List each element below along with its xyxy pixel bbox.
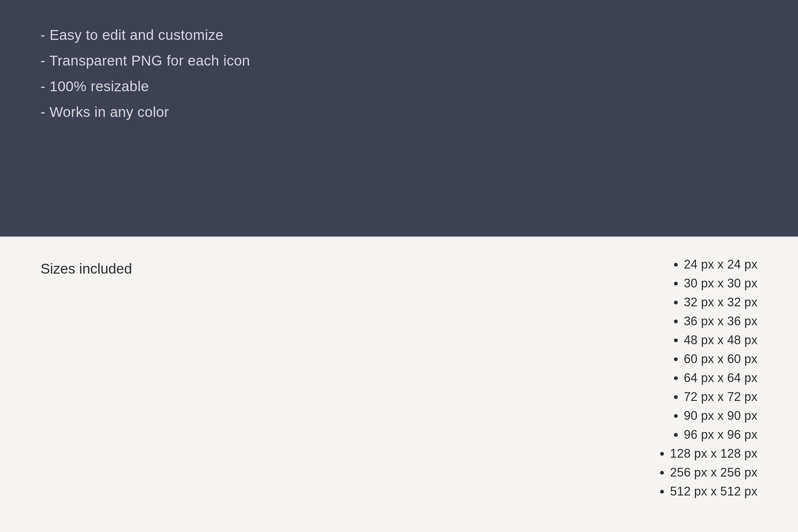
feature-item-2: - Transparent PNG for each icon xyxy=(40,53,758,69)
size-item-12: 256 px x 256 px xyxy=(670,466,758,480)
size-item-2: 30 px x 30 px xyxy=(684,276,758,290)
size-item-4: 36 px x 36 px xyxy=(684,314,758,328)
size-item-7: 64 px x 64 px xyxy=(684,371,758,385)
size-item-11: 128 px x 128 px xyxy=(670,446,758,461)
size-item-8: 72 px x 72 px xyxy=(684,390,758,404)
feature-item-1: - Easy to edit and customize xyxy=(40,27,758,43)
size-item-13: 512 px x 512 px xyxy=(670,484,758,498)
top-section: - Easy to edit and customize - Transpare… xyxy=(0,0,798,236)
size-item-1: 24 px x 24 px xyxy=(684,258,758,271)
feature-item-3: - 100% resizable xyxy=(40,78,758,95)
size-item-5: 48 px x 48 px xyxy=(684,333,758,347)
feature-list: - Easy to edit and customize - Transpare… xyxy=(40,27,758,120)
size-item-6: 60 px x 60 px xyxy=(684,352,758,366)
size-item-10: 96 px x 96 px xyxy=(684,428,758,442)
size-item-9: 90 px x 90 px xyxy=(684,409,758,423)
size-item-3: 32 px x 32 px xyxy=(684,295,758,309)
sizes-label: Sizes included xyxy=(40,261,132,277)
sizes-list: 24 px x 24 px 30 px x 30 px 32 px x 32 p… xyxy=(670,258,758,498)
feature-item-4: - Works in any color xyxy=(40,104,758,120)
bottom-section: Sizes included 24 px x 24 px 30 px x 30 … xyxy=(0,237,798,532)
